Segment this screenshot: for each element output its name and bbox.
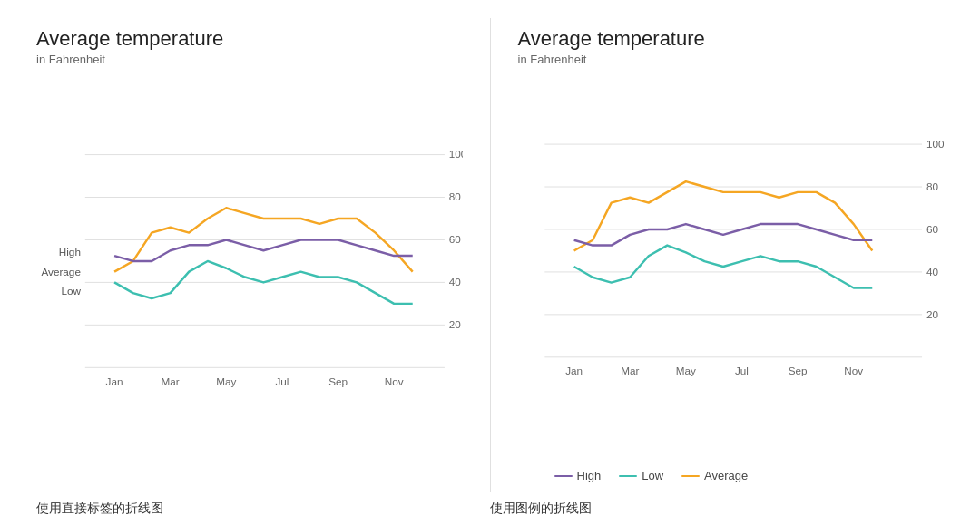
svg-text:Sep: Sep: [788, 365, 807, 376]
svg-text:Mar: Mar: [162, 375, 180, 387]
svg-text:Jan: Jan: [565, 365, 583, 376]
svg-text:20: 20: [449, 318, 462, 330]
legend-average: Average: [681, 469, 748, 482]
svg-text:60: 60: [449, 233, 462, 245]
svg-text:Average: Average: [41, 266, 80, 278]
legend-average-label: Average: [704, 469, 748, 482]
legend-low-line: [619, 475, 637, 477]
svg-text:Jul: Jul: [734, 365, 748, 376]
chart2-legend: High Low Average: [518, 462, 945, 482]
chart-divider: [490, 18, 491, 492]
chart1-area: 100° 80 60 40 20 Jan Mar May Jul Sep Nov: [36, 75, 463, 482]
svg-text:Sep: Sep: [328, 375, 348, 387]
svg-text:20: 20: [926, 308, 938, 320]
legend-high: High: [554, 469, 602, 482]
svg-text:High: High: [59, 246, 81, 258]
svg-text:May: May: [675, 365, 695, 376]
svg-text:Jan: Jan: [106, 375, 123, 387]
svg-text:80: 80: [926, 180, 938, 192]
chart1-subtitle: in Fahrenheit: [36, 53, 463, 66]
footer-row: 使用直接标签的折线图 使用图例的折线图: [18, 492, 962, 517]
svg-text:Nov: Nov: [385, 375, 404, 387]
chart1-title: Average temperature: [36, 27, 463, 51]
legend-low-label: Low: [642, 469, 663, 482]
chart2-container: Average temperature in Fahrenheit 100° 8…: [500, 18, 963, 492]
chart1-container: Average temperature in Fahrenheit 100° 8…: [18, 18, 481, 492]
chart2-title: Average temperature: [518, 27, 945, 51]
legend-low: Low: [619, 469, 663, 482]
legend-average-line: [681, 475, 700, 477]
svg-text:Mar: Mar: [621, 365, 639, 376]
svg-text:100°: 100°: [449, 148, 463, 160]
legend-high-label: High: [577, 469, 602, 482]
svg-text:May: May: [216, 375, 236, 387]
svg-text:100°: 100°: [926, 138, 944, 150]
svg-text:Low: Low: [61, 285, 81, 297]
chart2-area: 100° 80 60 40 20 Jan Mar May Jul Sep Nov: [518, 75, 945, 462]
legend-high-line: [554, 475, 573, 477]
svg-text:Jul: Jul: [275, 375, 289, 387]
svg-text:40: 40: [926, 266, 938, 278]
svg-text:40: 40: [449, 276, 462, 287]
svg-text:80: 80: [449, 190, 462, 202]
chart2-svg: 100° 80 60 40 20 Jan Mar May Jul Sep Nov: [518, 75, 945, 462]
chart1-svg: 100° 80 60 40 20 Jan Mar May Jul Sep Nov: [36, 75, 463, 482]
chart2-footer: 使用图例的折线图: [490, 501, 944, 517]
svg-text:60: 60: [926, 223, 938, 235]
chart2-subtitle: in Fahrenheit: [518, 53, 945, 66]
svg-text:Nov: Nov: [844, 365, 863, 376]
chart1-footer: 使用直接标签的折线图: [36, 501, 490, 517]
